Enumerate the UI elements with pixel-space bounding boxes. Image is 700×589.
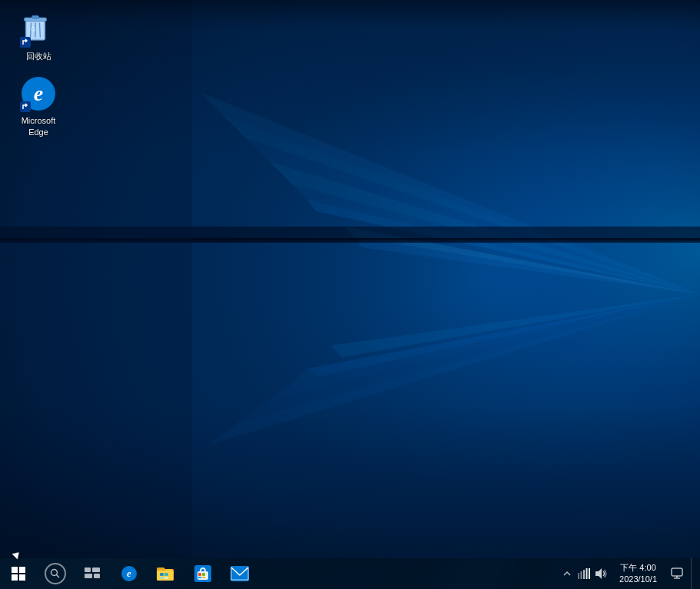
svg-marker-61: [595, 568, 602, 579]
svg-text:♻: ♻: [30, 25, 36, 33]
svg-rect-58: [583, 570, 585, 579]
svg-rect-59: [586, 568, 588, 579]
svg-rect-42: [160, 573, 164, 576]
show-desktop-button[interactable]: [691, 558, 697, 589]
svg-rect-60: [589, 568, 590, 579]
svg-rect-52: [231, 566, 249, 581]
cortana-circle: [45, 563, 66, 584]
svg-rect-49: [202, 573, 205, 576]
svg-rect-35: [92, 567, 100, 572]
search-icon: [50, 568, 61, 579]
logo-quad-2: [19, 567, 25, 573]
taskbar-right: 下午 4:00 2023/10/1: [555, 558, 700, 589]
svg-rect-48: [198, 573, 201, 576]
network-svg: [578, 568, 590, 579]
notification-icon: [671, 567, 683, 580]
taskbar-explorer[interactable]: [148, 558, 184, 589]
chevron-up-icon: [563, 570, 571, 577]
logo-quad-3: [12, 574, 18, 581]
taskbar-edge[interactable]: e: [111, 558, 148, 589]
tray-show-hidden[interactable]: [561, 567, 573, 580]
hero-rays: [0, 0, 700, 589]
taskbar-mail[interactable]: [221, 558, 258, 589]
svg-rect-37: [94, 574, 100, 578]
system-tray: [555, 558, 613, 589]
desktop-icons: ♻ 回收站 e: [0, 0, 77, 148]
clock-time: 下午 4:00: [620, 562, 655, 574]
svg-rect-62: [672, 568, 682, 576]
cortana-search[interactable]: [37, 558, 74, 589]
logo-quad-4: [19, 574, 25, 581]
desktop: ♻ 回收站 e: [0, 0, 700, 589]
system-clock[interactable]: 下午 4:00 2023/10/1: [613, 558, 663, 589]
svg-text:e: e: [34, 81, 43, 105]
svg-rect-57: [581, 571, 582, 579]
recycle-bin-image: ♻: [20, 11, 57, 48]
taskbar-mail-icon: [231, 566, 249, 581]
volume-svg: [595, 567, 607, 580]
svg-point-32: [51, 570, 58, 576]
edge-shortcut-arrow: [20, 101, 31, 112]
taskbar-edge-icon: e: [121, 565, 138, 582]
start-button[interactable]: [0, 558, 37, 589]
clock-date: 2023/10/1: [619, 574, 657, 585]
volume-icon[interactable]: [595, 567, 607, 580]
taskbar: e: [0, 558, 700, 589]
task-view-icon: [85, 567, 100, 580]
svg-rect-20: [0, 0, 700, 154]
svg-rect-34: [85, 567, 91, 572]
svg-rect-44: [160, 577, 164, 579]
svg-rect-36: [85, 574, 92, 578]
svg-rect-25: [32, 15, 38, 18]
edge-label: Microsoft Edge: [22, 115, 56, 137]
edge-icon-wrapper: e: [20, 75, 57, 112]
microsoft-edge-icon[interactable]: e Microsoft Edge: [8, 72, 69, 141]
svg-rect-56: [578, 573, 579, 579]
svg-line-28: [39, 22, 40, 37]
svg-rect-50: [198, 577, 201, 578]
logo-quad-1: [12, 567, 18, 573]
taskbar-store[interactable]: [184, 558, 221, 589]
edge-image: e: [20, 75, 57, 112]
task-view-button[interactable]: [74, 558, 111, 589]
network-icon[interactable]: [578, 567, 590, 580]
notification-center[interactable]: [663, 558, 691, 589]
svg-rect-21: [0, 405, 700, 558]
svg-rect-43: [164, 573, 168, 576]
svg-rect-51: [202, 577, 205, 578]
recycle-bin-icon[interactable]: ♻ 回收站: [8, 8, 69, 65]
svg-line-33: [57, 575, 60, 578]
svg-text:e: e: [127, 567, 131, 579]
recycle-bin-label: 回收站: [26, 51, 51, 61]
taskbar-explorer-icon: [157, 565, 175, 582]
taskbar-store-icon: [194, 565, 211, 582]
windows-logo: [12, 567, 25, 581]
svg-rect-45: [164, 577, 168, 579]
shortcut-arrow: [20, 37, 31, 48]
